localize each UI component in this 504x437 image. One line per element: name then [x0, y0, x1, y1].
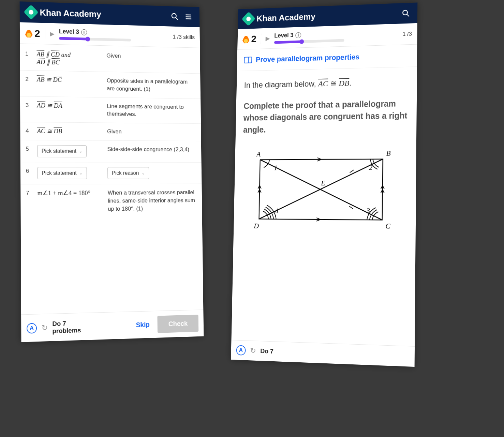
menu-icon[interactable] [183, 11, 194, 22]
streak: 2 [242, 33, 256, 44]
flame-icon [242, 35, 249, 43]
proof-row: 2 AB ≅ DC Opposite sides in a parallelog… [20, 71, 201, 99]
book-icon [244, 57, 252, 63]
progress-fill [59, 37, 88, 41]
segment-ac: AC [318, 79, 328, 88]
svg-line-10 [349, 206, 353, 209]
proof-table: 1 AB ∥ CD andAD ∥ BC Given 2 AB ≅ DC Opp… [20, 44, 202, 218]
row-number: 6 [26, 167, 33, 175]
chevron-down-icon: ⌄ [142, 171, 145, 176]
row-reason: Opposite sides in a parallelogram are co… [107, 77, 195, 94]
level-label: Level 3 [59, 28, 79, 35]
do-problems-label: Do 7 [260, 347, 273, 355]
chevron-down-icon: ⌄ [79, 171, 83, 176]
play-icon[interactable]: ▶ [50, 30, 55, 37]
refresh-icon[interactable]: ↻ [250, 346, 256, 355]
question-intro-text: In the diagram below, [244, 79, 316, 89]
search-icon[interactable] [400, 7, 411, 19]
proof-row: 7 m∠1 + m∠4 = 180° When a transversal cr… [20, 184, 202, 218]
divider [261, 33, 261, 44]
row-number: 2 [25, 75, 33, 83]
row-reason: Given [106, 52, 195, 62]
segment-db: DB [339, 79, 349, 88]
svg-line-6 [407, 14, 409, 16]
progress-track [274, 39, 344, 44]
row-reason: When a transversal crosses parallel line… [108, 189, 197, 213]
info-icon[interactable]: i [295, 32, 301, 38]
svg-line-1 [176, 17, 178, 20]
info-icon[interactable]: i [81, 29, 87, 35]
skills-count: 1 /3 skills [173, 33, 195, 41]
dropdown-label: Pick statement [42, 148, 76, 154]
row-number: 7 [26, 189, 33, 197]
search-icon[interactable] [169, 11, 180, 22]
row-statement: m∠1 + m∠4 = 180° [38, 189, 104, 197]
angle-2: 2 [369, 163, 373, 172]
label-a: A [256, 150, 261, 158]
row-reason: Given [107, 128, 196, 136]
proof-row: 3 AD ≅ DA Line segments are congruent to… [20, 96, 201, 124]
skip-button[interactable]: Skip [136, 321, 150, 329]
row-statement: AB ≅ DC [37, 75, 103, 84]
level-label: Level 3 [274, 32, 294, 39]
row-number: 4 [26, 127, 33, 135]
brand-title: Khan Academy [40, 7, 166, 21]
pick-statement-dropdown[interactable]: Pick statement ⌄ [37, 167, 87, 179]
hint-icon[interactable]: A [27, 323, 37, 333]
streak-count: 2 [251, 33, 256, 44]
svg-point-0 [172, 13, 176, 18]
divider [45, 28, 45, 39]
right-screen: Khan Academy 2 ▶ Level 3 i 1 /3 Prove pa… [231, 2, 417, 367]
row-reason: Line segments are congruent to themselve… [107, 102, 196, 119]
progress-track [59, 37, 131, 42]
level-block: Level 3 i [59, 28, 168, 42]
row-number: 1 [25, 50, 33, 58]
hint-icon[interactable]: A [236, 345, 246, 356]
pick-reason-dropdown[interactable]: Pick reason ⌄ [107, 167, 149, 179]
chevron-down-icon: ⌄ [79, 149, 83, 154]
question-intro: In the diagram below, AC ≅ DB. [244, 76, 409, 91]
proof-row: 5 Pick statement ⌄ Side-side-side congru… [20, 140, 202, 163]
dropdown-label: Pick statement [42, 170, 77, 176]
parallelogram-diagram: A B C D E 1 2 3 4 [234, 137, 416, 238]
left-screen: Khan Academy 2 ▶ Level 3 i 1 /3 skills 1 [20, 1, 204, 342]
check-button[interactable]: Check [157, 315, 198, 333]
row-number: 3 [26, 101, 33, 109]
row-statement: Pick statement ⌄ [37, 167, 104, 179]
row-statement: AB ∥ CD andAD ∥ BC [36, 50, 103, 67]
row-statement: AC ≅ DB [37, 127, 103, 135]
row-reason: Side-side-side congruence (2,3,4) [107, 145, 196, 153]
progress-fill [274, 40, 302, 44]
proof-row: 4 AC ≅ DB Given [20, 122, 201, 141]
angle-3: 3 [366, 206, 370, 215]
khan-logo-icon [24, 4, 39, 19]
svg-line-9 [350, 170, 354, 172]
question-prompt: Complete the proof that a parallelogram … [243, 97, 409, 135]
do-problems-label: Do 7 problems [52, 319, 81, 334]
level-block: Level 3 i [274, 28, 398, 44]
flame-icon [25, 29, 33, 37]
dropdown-label: Pick reason [112, 170, 139, 176]
row-statement: AD ≅ DA [37, 101, 103, 110]
angle-4: 4 [275, 207, 279, 215]
row-number: 5 [26, 145, 33, 152]
skills-count: 1 /3 [402, 30, 412, 37]
angle-1: 1 [274, 164, 278, 172]
label-b: B [386, 149, 390, 157]
proof-row: 6 Pick statement ⌄ Pick reason ⌄ [20, 162, 202, 184]
play-icon[interactable]: ▶ [265, 35, 270, 42]
refresh-icon[interactable]: ↻ [42, 323, 48, 332]
row-reason: Pick reason ⌄ [107, 167, 196, 179]
brand-title: Khan Academy [256, 9, 397, 24]
pick-statement-dropdown[interactable]: Pick statement ⌄ [37, 145, 87, 157]
label-e: E [321, 179, 325, 187]
label-d: D [253, 222, 259, 230]
khan-logo-icon [241, 12, 255, 26]
lesson-title: Prove parallelogram properties [256, 53, 359, 64]
proof-row: 1 AB ∥ CD andAD ∥ BC Given [20, 45, 200, 74]
bottom-bar: A ↻ Do 7 [231, 340, 415, 367]
label-c: C [385, 222, 390, 230]
question-body: In the diagram below, AC ≅ DB. Complete … [236, 67, 417, 139]
streak-count: 2 [34, 28, 40, 39]
bottom-bar: A ↻ Do 7 problems Skip Check [21, 310, 204, 342]
